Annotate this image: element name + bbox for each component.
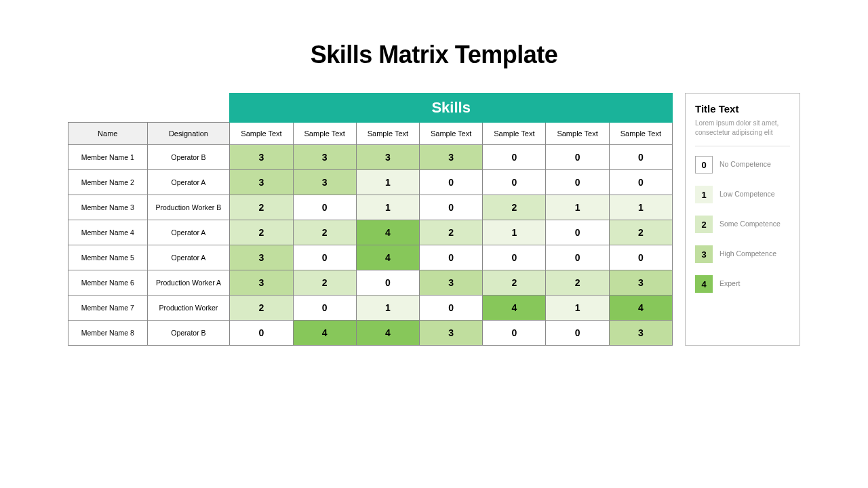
score-cell: 0: [356, 270, 419, 296]
table-row: Member Name 8Operator B0443003: [68, 321, 673, 346]
score-cell: 0: [483, 145, 546, 170]
score-cell: 3: [356, 145, 419, 170]
table-row: Member Name 6Production Worker A3203223: [68, 270, 673, 296]
designation-cell: Operator A: [147, 245, 230, 270]
legend-item: 0No Competence: [695, 156, 790, 174]
score-cell: 1: [609, 195, 672, 220]
score-cell: 1: [483, 220, 546, 245]
score-cell: 3: [293, 145, 356, 170]
score-cell: 0: [483, 245, 546, 270]
designation-cell: Operator A: [147, 220, 230, 245]
score-cell: 0: [546, 245, 609, 270]
score-cell: 0: [609, 170, 672, 195]
designation-cell: Operator B: [147, 321, 230, 346]
score-cell: 0: [420, 245, 483, 270]
score-cell: 0: [546, 145, 609, 170]
score-cell: 3: [609, 270, 672, 296]
member-name-cell: Member Name 5: [68, 245, 148, 270]
score-cell: 0: [609, 245, 672, 270]
score-cell: 2: [293, 220, 356, 245]
legend-label: High Competence: [719, 249, 776, 259]
blank-cell: [68, 94, 148, 123]
score-cell: 4: [356, 220, 419, 245]
column-name-header: Name: [68, 123, 148, 145]
member-name-cell: Member Name 3: [68, 195, 148, 220]
score-cell: 0: [293, 245, 356, 270]
skills-group-header: Skills: [230, 94, 673, 123]
designation-cell: Operator A: [147, 170, 230, 195]
score-cell: 4: [609, 296, 672, 321]
skill-column-header: Sample Text: [609, 123, 672, 145]
legend-item: 4Expert: [695, 275, 790, 293]
skills-header-row: Skills: [68, 94, 673, 123]
score-cell: 0: [546, 220, 609, 245]
legend-title: Title Text: [695, 103, 790, 115]
score-cell: 2: [609, 220, 672, 245]
score-cell: 0: [420, 170, 483, 195]
skill-column-header: Sample Text: [546, 123, 609, 145]
legend-item: 1Low Competence: [695, 186, 790, 203]
score-cell: 0: [546, 321, 609, 346]
legend-swatch: 2: [695, 216, 713, 233]
member-name-cell: Member Name 8: [68, 321, 148, 346]
table-row: Member Name 3Production Worker B2010211: [68, 195, 673, 220]
score-cell: 2: [483, 195, 546, 220]
score-cell: 2: [483, 270, 546, 296]
member-name-cell: Member Name 7: [68, 296, 148, 321]
score-cell: 0: [483, 321, 546, 346]
table-row: Member Name 2Operator A3310000: [68, 170, 673, 195]
legend-swatch: 3: [695, 245, 713, 263]
member-name-cell: Member Name 2: [68, 170, 148, 195]
score-cell: 0: [293, 296, 356, 321]
designation-cell: Production Worker B: [147, 195, 230, 220]
legend-subtitle: Lorem ipsum dolor sit amet, consectetur …: [695, 119, 790, 138]
score-cell: 2: [230, 195, 293, 220]
legend-swatch: 4: [695, 275, 713, 293]
score-cell: 2: [230, 296, 293, 321]
score-cell: 4: [293, 321, 356, 346]
score-cell: 0: [293, 195, 356, 220]
score-cell: 0: [483, 170, 546, 195]
score-cell: 1: [356, 195, 419, 220]
score-cell: 3: [230, 245, 293, 270]
member-name-cell: Member Name 6: [68, 270, 148, 296]
score-cell: 1: [546, 296, 609, 321]
score-cell: 4: [356, 245, 419, 270]
skill-column-header: Sample Text: [356, 123, 419, 145]
score-cell: 0: [546, 170, 609, 195]
member-name-cell: Member Name 1: [68, 145, 148, 170]
skills-matrix-table: Skills Name Designation Sample TextSampl…: [68, 93, 673, 346]
legend-item: 2Some Competence: [695, 216, 790, 233]
score-cell: 3: [420, 270, 483, 296]
blank-cell: [147, 94, 230, 123]
member-name-cell: Member Name 4: [68, 220, 148, 245]
legend-swatch: 0: [695, 156, 713, 174]
score-cell: 1: [546, 195, 609, 220]
score-cell: 1: [356, 170, 419, 195]
score-cell: 4: [356, 321, 419, 346]
legend-panel: Title Text Lorem ipsum dolor sit amet, c…: [685, 93, 800, 346]
score-cell: 3: [230, 270, 293, 296]
column-designation-header: Designation: [147, 123, 230, 145]
score-cell: 3: [230, 170, 293, 195]
score-cell: 0: [609, 145, 672, 170]
page-title: Skills Matrix Template: [68, 41, 800, 69]
skill-column-header: Sample Text: [293, 123, 356, 145]
score-cell: 0: [420, 195, 483, 220]
table-row: Member Name 1Operator B3333000: [68, 145, 673, 170]
legend-swatch: 1: [695, 186, 713, 203]
layout-container: Skills Name Designation Sample TextSampl…: [68, 93, 800, 346]
score-cell: 2: [420, 220, 483, 245]
score-cell: 3: [230, 145, 293, 170]
table-row: Member Name 5Operator A3040000: [68, 245, 673, 270]
skill-column-header: Sample Text: [420, 123, 483, 145]
score-cell: 2: [546, 270, 609, 296]
designation-cell: Production Worker: [147, 296, 230, 321]
designation-cell: Production Worker A: [147, 270, 230, 296]
score-cell: 3: [609, 321, 672, 346]
score-cell: 3: [293, 170, 356, 195]
legend-label: Low Competence: [719, 190, 775, 199]
score-cell: 2: [293, 270, 356, 296]
column-header-row: Name Designation Sample TextSample TextS…: [68, 123, 673, 145]
designation-cell: Operator B: [147, 145, 230, 170]
